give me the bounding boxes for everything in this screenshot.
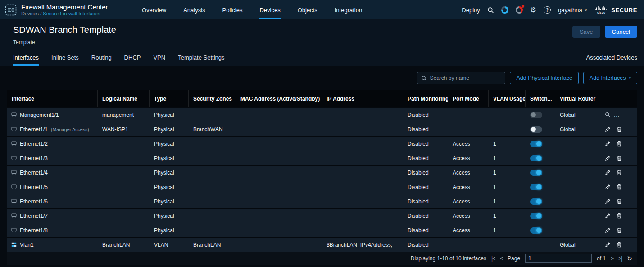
search-input[interactable] [430, 75, 501, 81]
page-of-label: of 1 [597, 255, 606, 262]
switchport-cell [526, 169, 555, 176]
tab-dhcp[interactable]: DHCP [124, 54, 141, 66]
switchport-toggle[interactable] [530, 112, 542, 118]
type-cell: Physical [150, 141, 189, 147]
port-mode-cell: Access [448, 227, 489, 234]
edit-interface-icon[interactable] [605, 155, 611, 161]
delete-interface-icon[interactable] [617, 126, 622, 132]
nav-item-devices[interactable]: Devices [259, 0, 281, 19]
switchport-toggle[interactable] [530, 184, 542, 190]
type-cell: Physical [150, 170, 189, 176]
secure-wordmark: SECURE [611, 7, 637, 14]
switchport-toggle[interactable] [530, 126, 542, 133]
tab-routing[interactable]: Routing [91, 54, 112, 66]
next-page-button[interactable]: > [611, 255, 613, 262]
add-interfaces-button[interactable]: Add Interfaces ▾ [583, 72, 637, 84]
first-page-button[interactable]: |< [491, 255, 495, 262]
path-monitoring-cell: Disabled [403, 170, 448, 176]
tab-inline-sets[interactable]: Inline Sets [51, 54, 79, 66]
ethernet-interface-icon [11, 213, 17, 218]
delete-interface-icon[interactable] [617, 170, 622, 175]
ethernet-interface-icon [11, 184, 17, 189]
switchport-toggle[interactable] [530, 198, 542, 205]
ethernet-interface-icon [11, 156, 17, 161]
switchport-cell [526, 227, 555, 234]
col-interface: Interface [7, 90, 98, 107]
port-mode-cell: Access [448, 213, 489, 219]
switchport-toggle[interactable] [530, 170, 542, 176]
page-head: SDWAN Branch Template Template Save Canc… [0, 19, 644, 49]
col-vlan-usage: VLAN Usage [489, 90, 526, 107]
table-row: Ethernet1/1(Manager Access)WAN-ISP1Physi… [7, 122, 637, 136]
tab-template-settings[interactable]: Template Settings [178, 54, 224, 66]
switchport-cell [526, 198, 555, 205]
switchport-toggle[interactable] [530, 141, 542, 147]
col-port-mode: Port Mode [448, 90, 489, 107]
edit-interface-icon[interactable] [605, 126, 611, 132]
fmc-logo-icon[interactable] [5, 4, 17, 16]
switchport-toggle[interactable] [530, 213, 542, 219]
prev-page-button[interactable]: < [500, 255, 503, 262]
nav-item-analysis[interactable]: Analysis [182, 0, 206, 19]
more-actions-icon[interactable]: ... [614, 112, 620, 118]
interface-name: Ethernet1/5 [20, 184, 48, 190]
table-toolbar: Add Physical Interface Add Interfaces ▾ [0, 66, 644, 90]
deploy-status-icon[interactable] [501, 6, 508, 14]
virtual-router-cell: Global [555, 242, 600, 248]
port-mode-cell: Access [448, 184, 489, 190]
tab-interfaces[interactable]: Interfaces [13, 54, 39, 66]
switchport-cell [526, 140, 555, 147]
switchport-cell [526, 184, 555, 190]
page-title: SDWAN Branch Template [13, 25, 116, 35]
table-row: Management1/1managementPhysicalDisabledG… [7, 107, 637, 122]
table-row: Ethernet1/6PhysicalDisabledAccess1 [7, 194, 637, 208]
nav-item-policies[interactable]: Policies [222, 0, 244, 19]
interface-name: Ethernet1/8 [20, 227, 48, 234]
edit-interface-icon[interactable] [605, 170, 611, 175]
delete-interface-icon[interactable] [617, 198, 622, 204]
search-icon[interactable] [487, 7, 494, 14]
col-actions [600, 90, 637, 107]
delete-interface-icon[interactable] [617, 155, 622, 161]
content-area: Add Physical Interface Add Interfaces ▾ … [0, 66, 644, 267]
associated-devices-link[interactable]: Associated Devices [586, 54, 637, 66]
switchport-toggle[interactable] [530, 155, 542, 161]
page-actions: Save Cancel [572, 26, 637, 38]
vlan-usage-cell: 1 [489, 227, 526, 234]
delete-interface-icon[interactable] [617, 227, 622, 233]
search-box [417, 72, 505, 84]
port-mode-cell: Access [448, 170, 489, 176]
tab-vpn[interactable]: VPN [153, 54, 165, 66]
cancel-button[interactable]: Cancel [605, 26, 637, 38]
gear-icon[interactable]: ⚙ [530, 6, 536, 14]
delete-interface-icon[interactable] [617, 242, 622, 248]
page-number-input[interactable] [525, 254, 592, 263]
security-zones-cell: BranchLAN [189, 242, 236, 248]
nav-item-integration[interactable]: Integration [334, 0, 363, 19]
delete-interface-icon[interactable] [617, 141, 622, 147]
delete-interface-icon[interactable] [617, 213, 622, 219]
ethernet-interface-icon [11, 228, 17, 233]
edit-interface-icon[interactable] [605, 198, 611, 204]
edit-interface-icon[interactable] [605, 141, 611, 147]
delete-interface-icon[interactable] [617, 184, 622, 190]
edit-interface-icon[interactable] [605, 213, 611, 219]
add-physical-interface-button[interactable]: Add Physical Interface [510, 72, 578, 84]
actions-cell [600, 155, 637, 161]
last-page-button[interactable]: >| [618, 255, 622, 262]
view-interface-icon[interactable] [605, 112, 611, 118]
edit-interface-icon[interactable] [605, 184, 611, 190]
save-button[interactable]: Save [572, 26, 600, 38]
switchport-toggle[interactable] [530, 227, 542, 234]
nav-item-overview[interactable]: Overview [141, 0, 167, 19]
help-icon[interactable]: ? [544, 6, 551, 14]
health-alerts-icon[interactable] [516, 6, 523, 14]
edit-interface-icon[interactable] [605, 242, 611, 248]
interface-name: Ethernet1/2 [20, 141, 48, 147]
edit-interface-icon[interactable] [605, 227, 611, 233]
deploy-button[interactable]: Deploy [462, 7, 480, 14]
breadcrumb-current[interactable]: Secure Firewall Interfaces [43, 11, 100, 16]
refresh-icon[interactable]: ↻ [627, 255, 632, 262]
nav-item-objects[interactable]: Objects [297, 0, 318, 19]
user-menu[interactable]: gayathna ∨ [558, 7, 587, 14]
